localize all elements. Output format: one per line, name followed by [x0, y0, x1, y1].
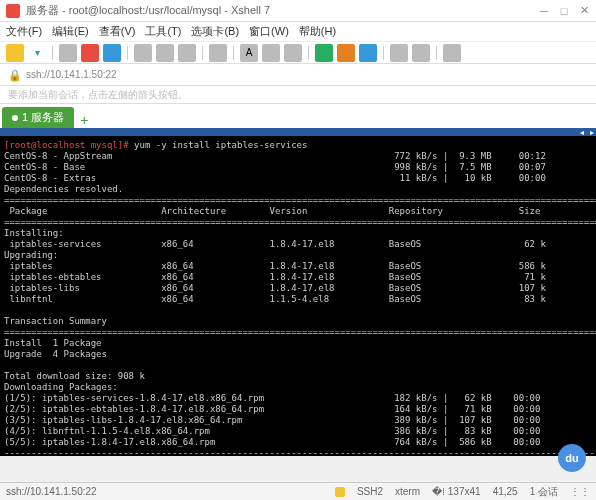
maximize-button[interactable]: □ [558, 5, 570, 17]
props-icon[interactable] [134, 44, 152, 62]
toolbar: ▾ A [0, 42, 596, 64]
tile-icon[interactable] [412, 44, 430, 62]
nav-strip: ◂ ▸ [0, 128, 596, 136]
lock-icon: 🔒 [8, 69, 20, 81]
new-icon[interactable]: ▾ [28, 44, 46, 62]
close-button[interactable]: ✕ [578, 5, 590, 17]
nav-left-icon[interactable]: ◂ [580, 128, 584, 137]
sftp-icon[interactable] [359, 44, 377, 62]
address-text[interactable]: ssh://10.141.1.50:22 [26, 69, 117, 80]
status-term: xterm [395, 486, 420, 497]
menu-window[interactable]: 窗口(W) [249, 24, 289, 39]
menu-edit[interactable]: 编辑(E) [52, 24, 89, 39]
status-size: �⁞ 137x41 [432, 486, 481, 497]
zoom-icon[interactable] [284, 44, 302, 62]
status-conn: ssh://10.141.1.50:22 [6, 486, 97, 497]
new-tab-button[interactable]: + [74, 112, 94, 128]
address-bar: 🔒 ssh://10.141.1.50:22 [0, 64, 596, 86]
copy-icon[interactable] [59, 44, 77, 62]
transfer-icon[interactable] [337, 44, 355, 62]
nav-right-icon[interactable]: ▸ [590, 128, 594, 137]
help-icon[interactable] [443, 44, 461, 62]
minimize-button[interactable]: ─ [538, 5, 550, 17]
float-button[interactable]: du [558, 444, 586, 472]
script-icon[interactable] [315, 44, 333, 62]
layout-icon[interactable] [390, 44, 408, 62]
grip-icon: ⋮⋮ [570, 486, 590, 497]
hint-bar: 要添加当前会话，点击左侧的箭头按钮。 [0, 86, 596, 104]
font-icon[interactable]: A [240, 44, 258, 62]
status-sess: 1 会话 [530, 485, 558, 499]
menu-tools[interactable]: 工具(T) [145, 24, 181, 39]
terminal[interactable]: [root@localhost mysql]# yum -y install i… [0, 136, 596, 456]
menu-help[interactable]: 帮助(H) [299, 24, 336, 39]
status-pos: 41,25 [493, 486, 518, 497]
ssh-icon [335, 487, 345, 497]
reconnect-icon[interactable] [103, 44, 121, 62]
menu-file[interactable]: 文件(F) [6, 24, 42, 39]
menu-bar: 文件(F) 编辑(E) 查看(V) 工具(T) 选项卡(B) 窗口(W) 帮助(… [0, 22, 596, 42]
color-icon[interactable] [262, 44, 280, 62]
status-ssh: SSH2 [357, 486, 383, 497]
window-title: 服务器 - root@localhost:/usr/local/mysql - … [26, 3, 538, 18]
open-icon[interactable] [6, 44, 24, 62]
menu-view[interactable]: 查看(V) [99, 24, 136, 39]
tab-label: 1 服务器 [22, 110, 64, 125]
status-bar: ssh://10.141.1.50:22 SSH2 xterm �⁞ 137x4… [0, 482, 596, 500]
disconnect-icon[interactable] [81, 44, 99, 62]
session-tabs: 1 服务器 + [0, 104, 596, 128]
paste-icon[interactable] [178, 44, 196, 62]
session-tab[interactable]: 1 服务器 [2, 107, 74, 128]
copy2-icon[interactable] [156, 44, 174, 62]
app-icon [6, 4, 20, 18]
title-bar: 服务器 - root@localhost:/usr/local/mysql - … [0, 0, 596, 22]
status-dot-icon [12, 115, 18, 121]
find-icon[interactable] [209, 44, 227, 62]
menu-tab[interactable]: 选项卡(B) [191, 24, 239, 39]
